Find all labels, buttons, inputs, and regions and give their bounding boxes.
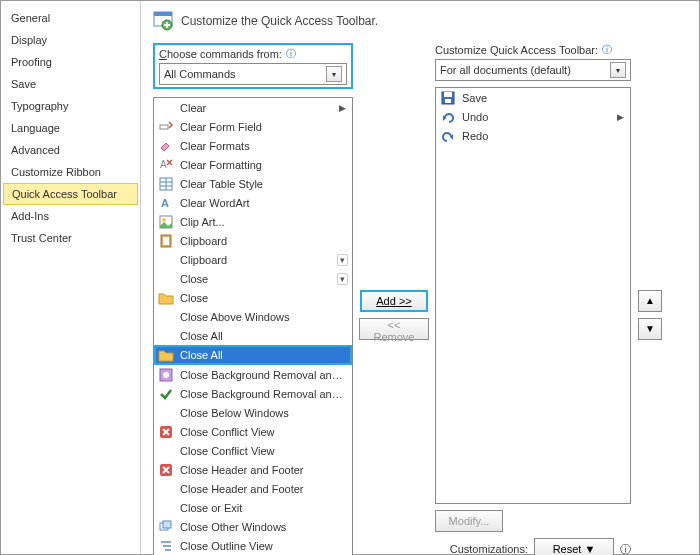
sidebar-item-proofing[interactable]: Proofing [1, 51, 140, 73]
list-item[interactable]: Close Other Windows [154, 517, 352, 536]
list-item-label: Close Header and Footer [180, 464, 348, 476]
check-icon [158, 386, 174, 402]
sidebar-item-quick-access-toolbar[interactable]: Quick Access Toolbar [3, 183, 138, 205]
transfer-buttons: Add >> << Remove [359, 43, 429, 555]
x-red-icon [158, 462, 174, 478]
clear-formatting-icon: A [158, 157, 174, 173]
list-item-label: Redo [462, 130, 626, 142]
list-item-label: Clear [180, 102, 333, 114]
list-item-label: Close or Exit [180, 502, 348, 514]
dropdown-icon: ▾ [326, 66, 342, 82]
blank-icon [158, 271, 174, 287]
list-item-label: Close Conflict View [180, 426, 348, 438]
sidebar-item-general[interactable]: General [1, 7, 140, 29]
list-item[interactable]: Clip Art... [154, 212, 352, 231]
list-item[interactable]: Close All [154, 326, 352, 345]
blank-icon [158, 405, 174, 421]
list-item[interactable]: Close Below Windows [154, 403, 352, 422]
list-item[interactable]: Clear Form Field [154, 117, 352, 136]
svg-rect-4 [164, 24, 170, 26]
list-item-label: Clipboard [180, 235, 348, 247]
list-item[interactable]: Close Outline View [154, 536, 352, 555]
save-icon [440, 90, 456, 106]
list-item-label: Clear Formats [180, 140, 348, 152]
outline-icon [158, 538, 174, 554]
list-item-label: Undo [462, 111, 611, 123]
svg-rect-27 [445, 99, 451, 103]
redo-icon [440, 128, 456, 144]
qat-listbox[interactable]: SaveUndo▶Redo [435, 87, 631, 504]
list-item[interactable]: Clipboard [154, 231, 352, 250]
dropdown-icon: ▾ [610, 62, 626, 78]
customize-qat-label: Customize Quick Access Toolbar:ⓘ [435, 43, 631, 57]
list-item[interactable]: Close Conflict View [154, 441, 352, 460]
move-down-button[interactable]: ▼ [638, 318, 662, 340]
sidebar-item-display[interactable]: Display [1, 29, 140, 51]
list-item[interactable]: Close Header and Footer [154, 460, 352, 479]
sidebar-item-customize-ribbon[interactable]: Customize Ribbon [1, 161, 140, 183]
list-item[interactable]: Save [436, 88, 630, 107]
list-item-label: Close All [180, 330, 348, 342]
list-item[interactable]: Close Above Windows [154, 307, 352, 326]
list-item[interactable]: Close Conflict View [154, 422, 352, 441]
table-icon [158, 176, 174, 192]
svg-rect-1 [154, 12, 172, 16]
bg-remove-icon [158, 367, 174, 383]
svg-text:A: A [160, 159, 167, 170]
list-item[interactable]: Close Background Removal and D... [154, 365, 352, 384]
x-red-icon [158, 424, 174, 440]
blank-icon [158, 309, 174, 325]
list-item-label: Close Above Windows [180, 311, 348, 323]
list-item[interactable]: Close Background Removal and K... [154, 384, 352, 403]
sidebar-item-trust-center[interactable]: Trust Center [1, 227, 140, 249]
list-item[interactable]: Close All [154, 345, 352, 365]
list-item-label: Close Background Removal and K... [180, 388, 348, 400]
list-item-label: Close All [180, 349, 348, 361]
list-item[interactable]: Clipboard▾ [154, 250, 352, 269]
list-item-label: Close [180, 292, 348, 304]
sidebar-item-typography[interactable]: Typography [1, 95, 140, 117]
reset-button[interactable]: Reset ▼ [534, 538, 614, 555]
submenu-icon: ▶ [339, 103, 348, 113]
list-item[interactable]: Close Header and Footer [154, 479, 352, 498]
choose-commands-combo[interactable]: All Commands▾ [159, 63, 347, 85]
commands-listbox[interactable]: Clear▶Clear Form FieldClear FormatsAClea… [153, 97, 353, 555]
list-item[interactable]: Close or Exit [154, 498, 352, 517]
list-item-label: Clear WordArt [180, 197, 348, 209]
clear-formats-icon [158, 138, 174, 154]
svg-rect-5 [160, 125, 168, 129]
list-item-label: Close Conflict View [180, 445, 348, 457]
list-item[interactable]: Close [154, 288, 352, 307]
list-item-label: Close Header and Footer [180, 483, 348, 495]
list-item[interactable]: Close▾ [154, 269, 352, 288]
modify-button[interactable]: Modify... [435, 510, 503, 532]
svg-rect-21 [163, 521, 171, 528]
list-item[interactable]: Clear Formats [154, 136, 352, 155]
sidebar-item-language[interactable]: Language [1, 117, 140, 139]
customize-qat-combo[interactable]: For all documents (default)▾ [435, 59, 631, 81]
list-item[interactable]: AClear WordArt [154, 193, 352, 212]
list-item-label: Clear Table Style [180, 178, 348, 190]
list-item[interactable]: Clear Table Style [154, 174, 352, 193]
panel-header: Customize the Quick Access Toolbar. [153, 11, 687, 31]
list-item-label: Clipboard [180, 254, 331, 266]
move-up-button[interactable]: ▲ [638, 290, 662, 312]
sidebar-item-advanced[interactable]: Advanced [1, 139, 140, 161]
choose-commands-label: Choose commands from:ⓘ [159, 47, 347, 61]
panel-title: Customize the Quick Access Toolbar. [181, 14, 378, 28]
blank-icon [158, 328, 174, 344]
list-item[interactable]: Redo [436, 126, 630, 145]
sidebar: GeneralDisplayProofingSaveTypographyLang… [1, 1, 141, 554]
list-item[interactable]: Clear▶ [154, 98, 352, 117]
commands-column: Choose commands from:ⓘ All Commands▾ Cle… [153, 43, 353, 555]
toolbar-column: Customize Quick Access Toolbar:ⓘ For all… [435, 43, 631, 555]
blank-icon [158, 443, 174, 459]
list-item[interactable]: Undo▶ [436, 107, 630, 126]
list-item[interactable]: AClear Formatting [154, 155, 352, 174]
windows-icon [158, 519, 174, 535]
add-button[interactable]: Add >> [360, 290, 428, 312]
wordart-icon: A [158, 195, 174, 211]
sidebar-item-save[interactable]: Save [1, 73, 140, 95]
sidebar-item-add-ins[interactable]: Add-Ins [1, 205, 140, 227]
remove-button[interactable]: << Remove [359, 318, 429, 340]
